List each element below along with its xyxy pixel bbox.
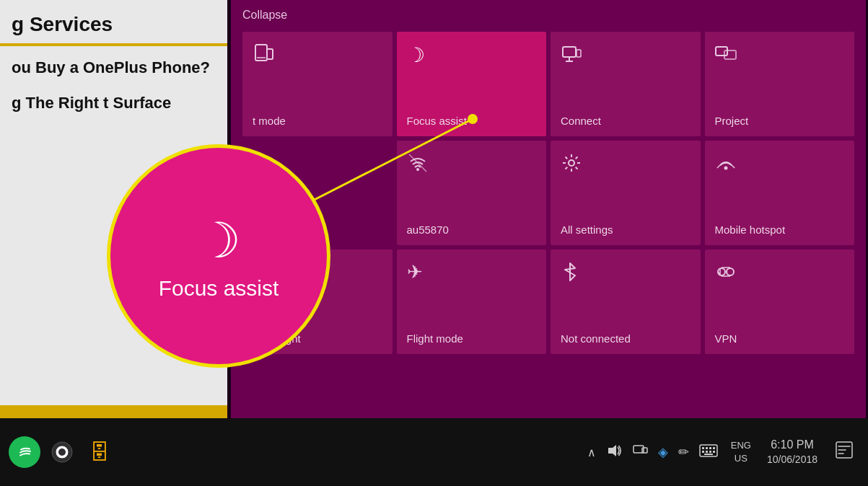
sidebar-article-1: ou Buy a OnePlus Phone? xyxy=(12,58,216,79)
tile-tablet-mode[interactable]: t mode xyxy=(242,32,393,136)
lang-line2: US xyxy=(735,452,748,465)
night-light-label: Night light xyxy=(253,332,301,345)
not-connected-label: Not connected xyxy=(561,332,631,345)
flight-mode-label: Flight mode xyxy=(407,332,463,345)
wifi-icon xyxy=(407,152,429,179)
all-settings-label: All settings xyxy=(561,224,613,237)
tile-connect[interactable]: Connect xyxy=(551,32,701,136)
svg-point-11 xyxy=(569,160,574,166)
volume-icon[interactable] xyxy=(603,440,625,465)
taskbar-db[interactable]: 🗄 xyxy=(84,436,115,468)
flight-mode-icon: ✈ xyxy=(407,261,423,283)
taskbar-spotify[interactable] xyxy=(9,436,40,468)
wifi-label: au55870 xyxy=(407,224,449,237)
focus-assist-label: Focus assist xyxy=(407,115,467,128)
project-icon xyxy=(715,43,737,70)
svg-rect-3 xyxy=(563,47,576,57)
tile-all-settings[interactable]: All settings xyxy=(551,141,701,245)
tile-empty-row2 xyxy=(242,141,393,245)
network-taskbar-icon[interactable] xyxy=(629,440,651,465)
taskbar-date: 10/06/2018 xyxy=(767,453,817,467)
lang-line1: ENG xyxy=(731,439,751,452)
svg-rect-32 xyxy=(713,447,715,449)
tile-focus-assist[interactable]: ☽ Focus assist xyxy=(397,32,547,136)
svg-rect-31 xyxy=(709,447,711,449)
svg-rect-30 xyxy=(706,447,708,449)
show-hidden-icon[interactable]: ∧ xyxy=(584,443,599,462)
focus-assist-icon: ☽ xyxy=(407,43,425,67)
tile-not-connected[interactable]: Not connected xyxy=(551,249,701,354)
tiles-grid: t mode ☽ Focus assist Connect xyxy=(242,32,854,354)
vpn-icon xyxy=(715,261,737,288)
svg-rect-37 xyxy=(704,454,713,455)
sidebar-title: g Services xyxy=(0,0,227,46)
bluetooth-icon xyxy=(561,261,579,288)
mobile-hotspot-label: Mobile hotspot xyxy=(715,224,786,237)
tile-night-light[interactable]: ☽ Night light xyxy=(242,249,393,354)
tile-flight-mode[interactable]: ✈ Flight mode xyxy=(397,249,547,354)
sidebar-article-2: g The Right t Surface xyxy=(12,93,216,114)
taskbar-notification[interactable] xyxy=(829,438,859,467)
svg-rect-36 xyxy=(713,451,715,453)
tablet-mode-icon xyxy=(253,43,274,70)
tablet-mode-label: t mode xyxy=(253,115,286,128)
svg-point-9 xyxy=(416,168,419,171)
svg-rect-29 xyxy=(702,447,704,449)
action-center: Collapse t mode ☽ Focus assist xyxy=(231,0,866,418)
sidebar-yellow-bar xyxy=(0,405,227,418)
vpn-label: VPN xyxy=(715,332,737,345)
collapse-button[interactable]: Collapse xyxy=(242,9,287,22)
tile-wifi[interactable]: au55870 xyxy=(397,141,547,245)
project-label: Project xyxy=(715,115,749,128)
taskbar-sys-tray: ∧ ◈ ✏ xyxy=(584,440,721,465)
svg-rect-35 xyxy=(709,451,711,453)
tile-project[interactable]: Project xyxy=(705,32,855,136)
dropbox-taskbar-icon[interactable]: ◈ xyxy=(655,441,671,463)
taskbar: 🗄 ∧ ◈ ✏ xyxy=(0,418,868,486)
svg-rect-27 xyxy=(642,448,647,453)
svg-rect-1 xyxy=(267,49,273,59)
svg-rect-33 xyxy=(702,451,704,453)
svg-point-21 xyxy=(15,443,34,461)
night-light-icon: ☽ xyxy=(253,261,269,283)
taskbar-language[interactable]: ENG US xyxy=(727,436,755,468)
tile-mobile-hotspot[interactable]: Mobile hotspot xyxy=(705,141,855,245)
sidebar-content: ou Buy a OnePlus Phone? g The Right t Su… xyxy=(0,46,227,125)
pen-taskbar-icon[interactable]: ✏ xyxy=(675,441,692,463)
taskbar-obs[interactable] xyxy=(46,436,78,468)
mobile-hotspot-icon xyxy=(715,152,737,179)
svg-point-13 xyxy=(718,268,725,275)
svg-point-14 xyxy=(727,268,734,275)
svg-rect-6 xyxy=(577,50,581,57)
connect-label: Connect xyxy=(561,115,601,128)
svg-point-12 xyxy=(724,167,727,170)
svg-rect-34 xyxy=(706,451,708,453)
sidebar: g Services ou Buy a OnePlus Phone? g The… xyxy=(0,0,227,418)
taskbar-time: 6:10 PM xyxy=(771,437,814,453)
connect-icon xyxy=(561,43,582,70)
svg-marker-25 xyxy=(608,445,616,456)
tile-vpn[interactable]: VPN xyxy=(705,249,855,354)
settings-icon xyxy=(561,152,582,179)
keyboard-taskbar-icon[interactable] xyxy=(696,441,721,464)
taskbar-datetime[interactable]: 6:10 PM 10/06/2018 xyxy=(761,434,823,470)
svg-point-24 xyxy=(58,449,66,456)
